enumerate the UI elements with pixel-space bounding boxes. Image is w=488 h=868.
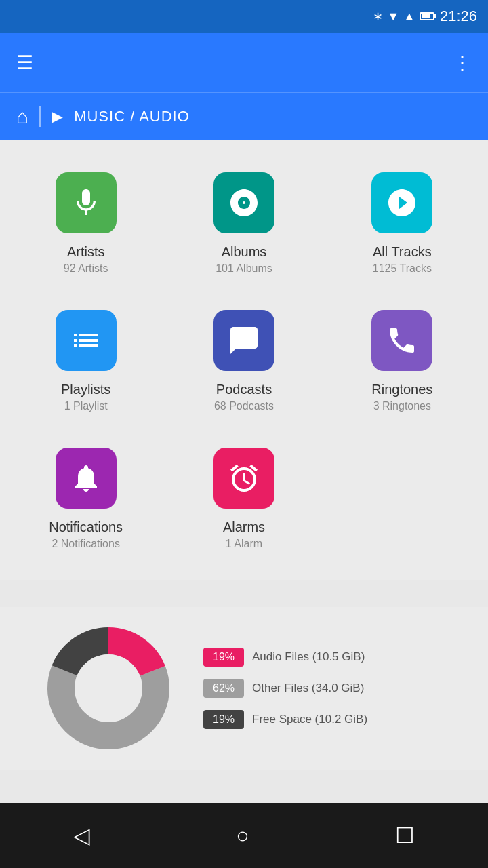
- artists-icon: [56, 172, 117, 233]
- all-tracks-icon: [371, 172, 432, 233]
- ringtones-sublabel: 3 Ringtones: [373, 400, 431, 412]
- breadcrumb-divider: [39, 106, 41, 127]
- playlists-label: Playlists: [61, 382, 110, 397]
- all-tracks-label: All Tracks: [373, 244, 432, 260]
- storage-section: 19% Audio Files (10.5 GiB) 62% Other Fil…: [0, 607, 488, 770]
- artists-item[interactable]: Artists 92 Artists: [7, 153, 165, 291]
- legend-item-audio: 19% Audio Files (10.5 GiB): [203, 648, 367, 667]
- albums-item[interactable]: Albums 101 Albums: [165, 153, 323, 291]
- legend-item-other: 62% Other Files (34.0 GiB): [203, 679, 367, 698]
- svg-point-4: [75, 654, 142, 722]
- notifications-icon: [56, 448, 117, 509]
- playlists-sublabel: 1 Playlist: [64, 400, 108, 412]
- audio-badge: 19%: [203, 648, 244, 667]
- breadcrumb-bar: ⌂ ▶ MUSIC / AUDIO: [0, 92, 488, 140]
- breadcrumb-play-icon: ▶: [52, 108, 63, 125]
- albums-sublabel: 101 Albums: [216, 262, 272, 275]
- albums-label: Albums: [222, 244, 267, 260]
- alarms-icon: [214, 448, 274, 509]
- home-button[interactable]: ○: [236, 823, 249, 848]
- chart-legend: 19% Audio Files (10.5 GiB) 62% Other Fil…: [203, 648, 367, 729]
- artists-label: Artists: [67, 244, 105, 260]
- status-time: 21:26: [440, 7, 477, 25]
- main-content: Artists 92 Artists Albums 101 Albums All…: [0, 140, 488, 580]
- alarms-label: Alarms: [223, 519, 265, 535]
- status-bar: ∗ ▼ ▲ 21:26: [0, 0, 488, 33]
- other-badge: 62%: [203, 679, 244, 698]
- recents-button[interactable]: ☐: [395, 823, 415, 848]
- playlists-item[interactable]: Playlists 1 Playlist: [7, 291, 165, 429]
- hamburger-menu-icon[interactable]: ☰: [16, 52, 33, 74]
- alarms-sublabel: 1 Alarm: [226, 538, 262, 550]
- ringtones-icon: [371, 310, 432, 371]
- free-badge: 19%: [203, 710, 244, 729]
- alarms-item[interactable]: Alarms 1 Alarm: [165, 429, 323, 566]
- notifications-label: Notifications: [49, 519, 123, 535]
- nav-bar: ◁ ○ ☐: [0, 803, 488, 868]
- other-legend-text: Other Files (34.0 GiB): [252, 682, 364, 695]
- more-options-icon[interactable]: ⋮: [453, 52, 472, 74]
- podcasts-sublabel: 68 Podcasts: [214, 400, 274, 412]
- legend-item-free: 19% Free Space (10.2 GiB): [203, 710, 367, 729]
- artists-sublabel: 92 Artists: [64, 262, 108, 275]
- playlists-icon: [56, 310, 117, 371]
- status-icons: ∗ ▼ ▲ 21:26: [373, 7, 477, 25]
- signal-icon: ▲: [403, 9, 415, 24]
- all-tracks-sublabel: 1125 Tracks: [373, 262, 432, 275]
- breadcrumb-path: MUSIC / AUDIO: [74, 108, 190, 125]
- audio-legend-text: Audio Files (10.5 GiB): [252, 650, 365, 664]
- bluetooth-icon: ∗: [373, 9, 383, 24]
- notifications-item[interactable]: Notifications 2 Notifications: [7, 429, 165, 566]
- category-grid: Artists 92 Artists Albums 101 Albums All…: [7, 153, 481, 566]
- all-tracks-item[interactable]: All Tracks 1125 Tracks: [323, 153, 481, 291]
- app-bar: ☰ ⋮: [0, 33, 488, 92]
- battery-icon: [420, 12, 436, 20]
- donut-chart: [41, 620, 176, 756]
- ringtones-item[interactable]: Ringtones 3 Ringtones: [323, 291, 481, 429]
- podcasts-icon: [214, 310, 274, 371]
- ringtones-label: Ringtones: [371, 382, 432, 397]
- wifi-icon: ▼: [387, 9, 399, 24]
- home-icon[interactable]: ⌂: [16, 105, 28, 128]
- free-legend-text: Free Space (10.2 GiB): [252, 713, 367, 726]
- podcasts-label: Podcasts: [216, 382, 272, 397]
- albums-icon: [214, 172, 274, 233]
- back-button[interactable]: ◁: [73, 823, 90, 848]
- podcasts-item[interactable]: Podcasts 68 Podcasts: [165, 291, 323, 429]
- notifications-sublabel: 2 Notifications: [52, 538, 120, 550]
